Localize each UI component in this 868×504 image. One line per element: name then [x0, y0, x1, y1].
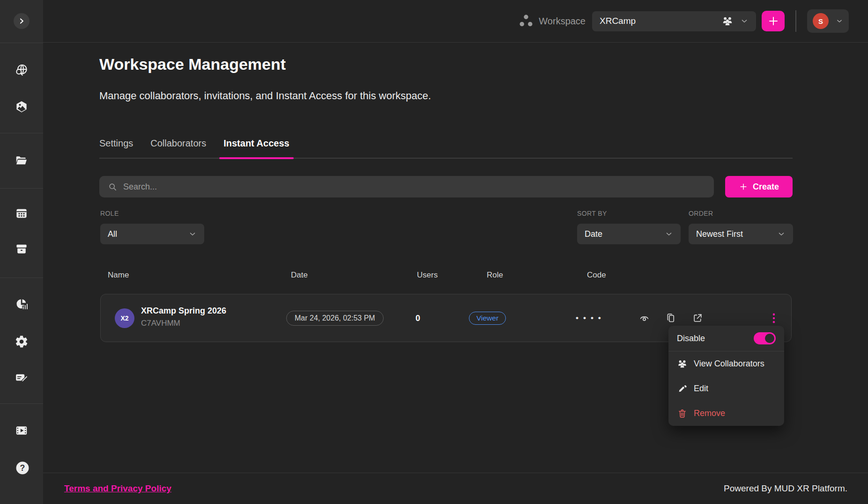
svg-text:?: ? [20, 463, 25, 473]
chevron-down-icon [740, 17, 749, 25]
menu-item-disable[interactable]: Disable [668, 326, 784, 351]
column-header-date: Date [291, 270, 308, 280]
chevron-down-icon [777, 230, 786, 238]
tab-instant-access[interactable]: Instant Access [223, 137, 289, 158]
menu-item-remove-label: Remove [694, 409, 725, 418]
row-name: XRCamp Spring 2026 [141, 306, 226, 316]
sidebar-item-card-edit[interactable] [15, 370, 29, 384]
row-avatar: X2 [115, 308, 134, 328]
menu-item-edit[interactable]: Edit [668, 376, 784, 401]
footer: Terms and Privacy Policy Powered By MUD … [43, 473, 868, 504]
cube-image-icon [15, 100, 29, 114]
sidebar-divider [0, 43, 43, 43]
archive-box-icon [15, 242, 29, 256]
create-button[interactable]: Create [725, 176, 793, 197]
calendar-grid-icon [15, 206, 29, 220]
column-header-users: Users [417, 270, 438, 280]
menu-item-disable-label: Disable [677, 334, 705, 343]
copy-icon [665, 312, 677, 324]
sidebar-item-archive[interactable] [15, 242, 29, 256]
tab-collaborators[interactable]: Collaborators [150, 137, 206, 158]
menu-item-edit-label: Edit [694, 384, 708, 394]
sidebar-divider [0, 133, 43, 133]
sidebar-item-assets[interactable] [15, 100, 29, 114]
order-dropdown[interactable]: Newest First [689, 224, 793, 244]
plus-icon [768, 15, 779, 27]
page-title: Workspace Management [99, 55, 286, 73]
sidebar-item-calendar[interactable] [15, 206, 29, 220]
reveal-code-button[interactable] [638, 312, 651, 324]
film-play-icon [15, 424, 29, 438]
tab-settings[interactable]: Settings [99, 137, 133, 158]
sort-by-value: Date [585, 229, 602, 239]
sidebar-item-help[interactable]: ? [15, 460, 30, 476]
chevron-down-icon [188, 230, 197, 238]
sidebar-expand-button[interactable] [14, 13, 30, 29]
sidebar-item-explore[interactable] [15, 63, 29, 77]
chevron-down-icon [836, 17, 843, 25]
pencil-icon [677, 383, 688, 394]
order-value: Newest First [696, 229, 743, 239]
people-icon [721, 15, 734, 27]
workspace-selector[interactable]: XRCamp [592, 11, 756, 31]
add-workspace-button[interactable] [762, 11, 785, 31]
row-context-menu: Disable View Collaborators Edit Rem [668, 326, 784, 426]
topbar: Workspace XRCamp S [43, 0, 868, 43]
sidebar: ? [0, 0, 43, 504]
sort-by-label: SORT BY [577, 210, 607, 217]
plus-icon [739, 182, 748, 191]
tab-bar: Settings Collaborators Instant Access [99, 137, 793, 159]
column-header-role: Role [487, 270, 503, 280]
row-masked-code: •••• [576, 314, 606, 323]
column-header-name: Name [108, 270, 129, 280]
folder-open-icon [15, 153, 29, 168]
toggle-knob [765, 334, 774, 343]
menu-item-view-collaborators-label: View Collaborators [694, 359, 764, 369]
trash-icon [677, 408, 688, 419]
card-edit-icon [15, 370, 29, 384]
page-subtitle: Manage collaborators, invitations, and I… [99, 90, 431, 102]
terms-privacy-link[interactable]: Terms and Privacy Policy [64, 483, 171, 494]
help-icon: ? [15, 460, 30, 476]
sidebar-divider [0, 403, 43, 404]
topbar-divider [795, 10, 796, 32]
powered-by-text: Powered By MUD XR Platform. [724, 483, 847, 494]
role-filter-dropdown[interactable]: All [100, 224, 204, 244]
chevron-right-icon [17, 16, 26, 26]
order-label: ORDER [689, 210, 713, 217]
sidebar-divider [0, 278, 43, 278]
sidebar-item-media[interactable] [15, 424, 29, 438]
sidebar-divider [0, 188, 43, 189]
workspace-triad-icon [518, 13, 534, 29]
sidebar-item-analytics[interactable] [15, 297, 29, 311]
account-menu-button[interactable]: S [807, 9, 849, 33]
eye-icon [638, 312, 650, 324]
disable-toggle[interactable] [754, 332, 776, 344]
workspace-management-app: ? Workspace XRCamp S Workspace Manageme [0, 0, 868, 504]
row-role-badge: Viewer [469, 312, 506, 325]
search-bar [99, 176, 714, 197]
create-button-label: Create [753, 182, 779, 192]
role-filter-label: ROLE [100, 210, 119, 217]
people-icon [677, 358, 688, 369]
sidebar-item-settings[interactable] [15, 335, 29, 349]
search-icon [108, 182, 118, 192]
copy-code-button[interactable] [665, 312, 677, 324]
avatar: S [813, 13, 829, 29]
sidebar-item-projects[interactable] [15, 153, 29, 168]
search-input[interactable] [123, 182, 714, 192]
open-link-button[interactable] [692, 312, 704, 324]
row-code: C7AVHMM [141, 319, 180, 328]
menu-item-view-collaborators[interactable]: View Collaborators [668, 351, 784, 376]
sort-by-dropdown[interactable]: Date [577, 224, 681, 244]
kebab-menu-icon [768, 311, 780, 325]
role-filter-value: All [108, 229, 117, 239]
row-more-menu-button[interactable] [768, 311, 780, 325]
row-users-count: 0 [415, 313, 420, 323]
pie-chart-icon [15, 297, 29, 311]
menu-item-remove[interactable]: Remove [668, 401, 784, 426]
workspace-label: Workspace [539, 16, 586, 27]
gear-icon [15, 335, 29, 349]
external-link-icon [692, 312, 704, 324]
row-date-badge: Mar 24, 2026, 02:53 PM [286, 311, 384, 326]
